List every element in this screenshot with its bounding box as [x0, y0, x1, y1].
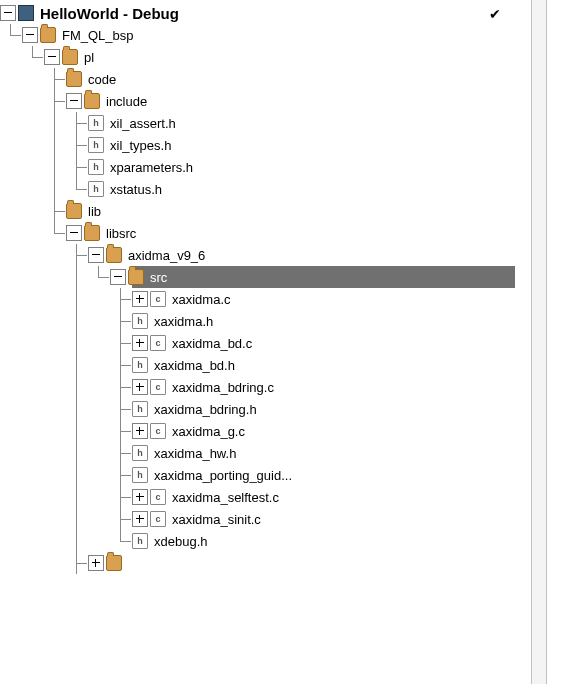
- tree-guide: [44, 156, 66, 178]
- tree-guide: [0, 310, 22, 332]
- expand-toggle[interactable]: [132, 511, 148, 527]
- expand-toggle[interactable]: [66, 225, 82, 241]
- tree-guide: [66, 156, 88, 178]
- tree-node-file[interactable]: xdebug.h: [0, 530, 561, 552]
- tree-node-include[interactable]: include: [0, 90, 561, 112]
- tree-guide: [110, 486, 132, 508]
- tree-node-file[interactable]: xaxidma_hw.h: [0, 442, 561, 464]
- tree-guide: [88, 464, 110, 486]
- h-file-icon: [132, 401, 148, 417]
- tree-node-more[interactable]: [0, 552, 561, 574]
- tree-node-file[interactable]: xaxidma.h: [0, 310, 561, 332]
- tree-guide: [66, 376, 88, 398]
- tree-node-src[interactable]: src: [0, 266, 561, 288]
- folder-icon: [62, 49, 78, 65]
- tree-guide: [88, 376, 110, 398]
- tree-guide: [66, 112, 88, 134]
- tree-guide: [66, 442, 88, 464]
- h-file-icon: [132, 357, 148, 373]
- expand-toggle[interactable]: [132, 335, 148, 351]
- tree-guide: [22, 156, 44, 178]
- expand-toggle[interactable]: [0, 5, 16, 21]
- h-file-icon: [132, 313, 148, 329]
- c-file-icon: [150, 379, 166, 395]
- tree-guide: [44, 398, 66, 420]
- tree-guide: [66, 420, 88, 442]
- tree-guide: [0, 442, 22, 464]
- tree-guide: [88, 508, 110, 530]
- tree-guide: [44, 244, 66, 266]
- tree-node-file[interactable]: xil_types.h: [0, 134, 561, 156]
- tree-node-file[interactable]: xparameters.h: [0, 156, 561, 178]
- expand-toggle[interactable]: [110, 269, 126, 285]
- tree-guide: [66, 552, 88, 574]
- tree-guide: [0, 156, 22, 178]
- tree-node-file[interactable]: xaxidma_bd.h: [0, 354, 561, 376]
- c-file-icon: [150, 489, 166, 505]
- tree-guide: [22, 222, 44, 244]
- h-file-icon: [132, 445, 148, 461]
- expand-toggle[interactable]: [44, 49, 60, 65]
- tree-node-file[interactable]: xstatus.h: [0, 178, 561, 200]
- tree-guide: [22, 310, 44, 332]
- tree-node-libsrc[interactable]: libsrc: [0, 222, 561, 244]
- tree-guide: [22, 464, 44, 486]
- tree-guide: [44, 464, 66, 486]
- tree-guide: [110, 332, 132, 354]
- tree-guide: [22, 288, 44, 310]
- expand-toggle[interactable]: [132, 379, 148, 395]
- expand-toggle[interactable]: [88, 247, 104, 263]
- tree-node-file[interactable]: xaxidma.c: [0, 288, 561, 310]
- tree-label: src: [147, 270, 170, 285]
- tree-guide: [44, 354, 66, 376]
- tree-guide: [110, 420, 132, 442]
- vertical-scrollbar[interactable]: [515, 0, 561, 684]
- tree-guide: [66, 266, 88, 288]
- tree-node-root[interactable]: HelloWorld - Debug ✔: [0, 2, 561, 24]
- tree-guide: [0, 354, 22, 376]
- tree-guide: [66, 178, 88, 200]
- tree-node-file[interactable]: xaxidma_bdring.c: [0, 376, 561, 398]
- folder-icon: [66, 203, 82, 219]
- expand-toggle[interactable]: [66, 93, 82, 109]
- expand-toggle[interactable]: [88, 555, 104, 571]
- tree-guide: [66, 288, 88, 310]
- tree-label: include: [103, 94, 150, 109]
- tree-guide: [0, 90, 22, 112]
- tree-guide: [66, 134, 88, 156]
- tree-guide: [0, 178, 22, 200]
- tree-guide: [0, 24, 22, 46]
- tree-guide: [88, 486, 110, 508]
- tree-guide: [0, 486, 22, 508]
- tree-guide: [88, 442, 110, 464]
- expand-toggle[interactable]: [22, 27, 38, 43]
- tree-node-lib[interactable]: lib: [0, 200, 561, 222]
- expand-toggle[interactable]: [132, 291, 148, 307]
- expand-toggle[interactable]: [132, 489, 148, 505]
- tree-guide: [88, 266, 110, 288]
- tree-guide: [0, 46, 22, 68]
- tree-guide: [110, 530, 132, 552]
- tree-node-file[interactable]: xil_assert.h: [0, 112, 561, 134]
- tree-node-file[interactable]: xaxidma_sinit.c: [0, 508, 561, 530]
- tree-label: xil_assert.h: [107, 116, 179, 131]
- project-tree[interactable]: HelloWorld - Debug ✔ FM_QL_bsp pl: [0, 0, 561, 574]
- tree-node-pl[interactable]: pl: [0, 46, 561, 68]
- tree-guide: [22, 442, 44, 464]
- tree-node-file[interactable]: xaxidma_g.c: [0, 420, 561, 442]
- tree-node-file[interactable]: xaxidma_selftest.c: [0, 486, 561, 508]
- expand-toggle[interactable]: [132, 423, 148, 439]
- tree-node-file[interactable]: xaxidma_porting_guid...: [0, 464, 561, 486]
- tree-node-file[interactable]: xaxidma_bdring.h: [0, 398, 561, 420]
- project-icon: [18, 5, 34, 21]
- tree-guide: [22, 420, 44, 442]
- tree-guide: [44, 508, 66, 530]
- tree-node-code[interactable]: code: [0, 68, 561, 90]
- tree-guide: [88, 420, 110, 442]
- tree-label: xaxidma_bd.h: [151, 358, 238, 373]
- tree-node-file[interactable]: xaxidma_bd.c: [0, 332, 561, 354]
- tree-node-bsp[interactable]: FM_QL_bsp: [0, 24, 561, 46]
- tree-guide: [88, 332, 110, 354]
- tree-node-axidma[interactable]: axidma_v9_6: [0, 244, 561, 266]
- tree-guide: [22, 398, 44, 420]
